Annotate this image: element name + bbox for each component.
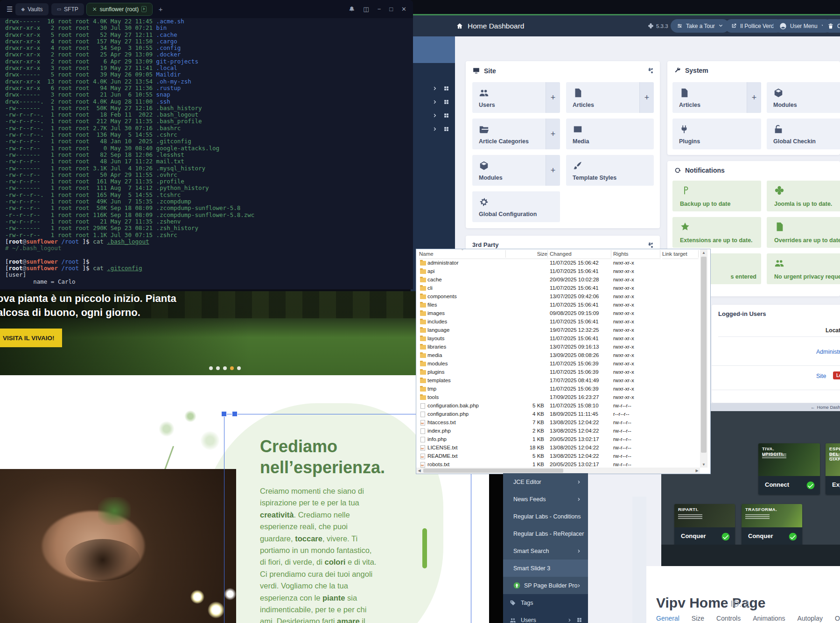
sidebar-item-users[interactable]: Users — [503, 611, 588, 623]
builder-drag-handle[interactable] — [232, 411, 238, 417]
media-card[interactable]: Media — [566, 119, 654, 149]
file-row[interactable]: index.php2 KB13/08/2025 12:04:22rw-r--r-… — [416, 427, 700, 435]
builder-drag-handle[interactable] — [221, 411, 227, 417]
carousel-dot[interactable] — [216, 366, 220, 370]
file-row[interactable]: includes11/07/2025 15:06:41rwxr-xr-x — [416, 318, 700, 326]
trash-button[interactable]: C — [823, 19, 840, 33]
article-categories-card[interactable]: Article Categories+ — [472, 119, 560, 149]
slide-card[interactable]: RIPARTI.Conquer — [674, 504, 735, 546]
carousel-dot[interactable] — [209, 366, 213, 370]
published-check-icon[interactable] — [721, 532, 730, 541]
carousel-dot[interactable] — [237, 366, 241, 370]
add-button[interactable]: + — [639, 82, 654, 113]
menu-item-smart-search[interactable]: Smart Search — [503, 542, 588, 560]
sidebar-collapsed-item[interactable] — [411, 124, 455, 134]
sidebar-collapsed-item[interactable] — [411, 97, 455, 107]
file-row[interactable]: README.txt5 KB13/08/2025 12:04:22rw-r--r… — [416, 452, 700, 461]
tab-general[interactable]: General — [656, 615, 679, 623]
file-row[interactable]: modules11/07/2025 15:06:39rwxr-xr-x — [416, 360, 700, 368]
add-button[interactable]: + — [546, 82, 560, 113]
close-icon[interactable]: ✕ — [401, 6, 406, 13]
terminal-tab[interactable]: ◆Vaults — [15, 3, 48, 15]
logout-button[interactable]: Log out — [833, 371, 840, 379]
builder-frame-left[interactable] — [224, 414, 224, 623]
menu-item-regular-labs-rereplacer[interactable]: Regular Labs - ReReplacer — [503, 525, 588, 542]
published-check-icon[interactable] — [788, 532, 798, 541]
panel-settings-icon[interactable] — [646, 241, 654, 249]
file-row[interactable]: administrator11/07/2025 15:06:42rwxr-xr-… — [416, 259, 700, 267]
carousel-dot[interactable] — [223, 366, 227, 370]
file-row[interactable]: htaccess.txt7 KB13/08/2025 12:04:22rw-r-… — [416, 419, 700, 427]
scroll-right-icon[interactable]: ▶ — [694, 468, 700, 474]
column-header-changed[interactable]: Changed — [550, 249, 612, 259]
file-row[interactable]: api11/07/2025 15:06:41rwxr-xr-x — [416, 267, 700, 276]
maximize-icon[interactable]: □ — [389, 6, 393, 13]
sidebar-collapsed-item[interactable] — [411, 83, 455, 93]
notification-card[interactable]: Joomla is up to date. — [767, 181, 840, 211]
file-row[interactable]: configuration.php4 KB18/09/2025 11:11:45… — [416, 410, 700, 419]
global-checkin-card[interactable]: Global Checkin — [767, 119, 840, 149]
file-row[interactable]: layouts11/07/2025 15:06:41rwxr-xr-x — [416, 335, 700, 343]
plugins-card[interactable]: Plugins — [672, 119, 761, 149]
menu-item-jce-editor[interactable]: JCE Editor — [503, 473, 588, 490]
articles-card[interactable]: Articles+ — [566, 82, 654, 113]
file-row[interactable]: libraries13/07/2025 09:16:13rwxr-xr-x — [416, 343, 700, 351]
modules-card[interactable]: Modules+ — [472, 155, 560, 186]
template-styles-card[interactable]: Template Styles — [566, 155, 654, 186]
file-row[interactable]: language19/07/2025 12:32:25rwxr-xr-x — [416, 326, 700, 335]
file-row[interactable]: configuration.bak.php5 KB11/07/2025 15:0… — [416, 402, 700, 410]
sidebar-collapsed-item[interactable] — [411, 110, 455, 120]
home-icon[interactable] — [456, 22, 463, 30]
terminal-tab[interactable]: ✕sunflower (root)⏵ — [87, 3, 152, 15]
file-row[interactable]: images09/08/2025 09:15:09rwxr-xr-x — [416, 309, 700, 318]
file-row[interactable]: plugins11/07/2025 15:06:39rwxr-xr-x — [416, 368, 700, 377]
column-header-rights[interactable]: Rights — [613, 249, 661, 259]
file-row[interactable]: components13/07/2025 09:42:06rwxr-xr-x — [416, 293, 700, 301]
menu-item-regular-labs-conditions[interactable]: Regular Labs - Conditions — [503, 508, 588, 525]
minimize-icon[interactable]: − — [378, 6, 381, 13]
file-row[interactable]: info.php1 KB20/05/2025 13:02:17rw-r--r-- — [416, 435, 700, 444]
vertical-scrollbar[interactable]: ▲ ▼ — [700, 249, 707, 468]
terminal-tab[interactable]: ▭SFTP — [51, 3, 84, 15]
file-row[interactable]: cli11/07/2025 15:06:41rwxr-xr-x — [416, 284, 700, 293]
slide-card[interactable]: TIVA.UPISCITI.Connect — [758, 443, 820, 495]
tab-autoplay[interactable]: Autoplay — [797, 615, 822, 623]
notification-card[interactable]: Overrides are up to date. — [767, 217, 840, 248]
add-button[interactable]: + — [546, 155, 560, 186]
sidebar-active-block[interactable] — [411, 36, 455, 63]
add-button[interactable]: + — [747, 82, 761, 113]
take-a-tour-button[interactable]: Take a Tour — [671, 19, 729, 33]
builder-frame-right[interactable] — [471, 474, 471, 623]
menu-item-sp-page-builder-pro[interactable]: SP Page Builder Pro — [503, 577, 588, 594]
notification-card[interactable]: Extensions are up to date. — [672, 217, 761, 248]
builder-frame-top[interactable] — [224, 414, 416, 414]
tab-controls[interactable]: Controls — [716, 615, 741, 623]
column-header-size[interactable]: Size — [508, 249, 551, 259]
new-tab-button[interactable]: + — [159, 5, 163, 13]
hamburger-menu-icon[interactable]: ☰ — [7, 5, 13, 14]
slide-card[interactable]: ESPLORADEL TUOGIARDINOExplore — [826, 443, 840, 495]
file-row[interactable]: LICENSE.txt18 KB13/08/2025 12:04:22rw-r-… — [416, 444, 700, 452]
file-row[interactable]: files11/07/2025 15:06:41rwxr-xr-x — [416, 301, 700, 309]
terminal-output[interactable]: drwx------ 16 root root 4.0K May 22 11:4… — [5, 18, 411, 288]
users-card[interactable]: Users+ — [472, 82, 560, 113]
file-row[interactable]: templates17/07/2025 08:41:49rwxr-xr-x — [416, 377, 700, 385]
slide-card[interactable]: TRASFORMA.Conquer — [742, 504, 802, 546]
builder-scroll-handle[interactable] — [422, 528, 427, 568]
scroll-up-icon[interactable]: ▲ — [700, 249, 707, 256]
published-check-icon[interactable] — [806, 481, 815, 490]
grid-icon[interactable] — [576, 617, 582, 623]
file-row[interactable]: tools17/09/2025 16:23:27rwxr-xr-x — [416, 393, 700, 402]
column-header-link-target[interactable]: Link target — [662, 249, 699, 259]
panel-settings-icon[interactable] — [646, 67, 654, 75]
file-row[interactable]: cache20/09/2025 10:02:28rwxr-xr-x — [416, 276, 700, 284]
notification-card[interactable]: No urgent privacy requests. — [767, 253, 840, 284]
add-button[interactable]: + — [546, 119, 560, 149]
bell-icon[interactable]: 🔔︎ — [349, 6, 355, 13]
scroll-down-icon[interactable]: ▼ — [700, 461, 707, 468]
sidebar-item-tags[interactable]: Tags — [503, 594, 588, 611]
carousel-dot[interactable] — [230, 366, 234, 370]
file-row[interactable]: media13/09/2025 08:08:26rwxr-xr-x — [416, 351, 700, 360]
modules-card[interactable]: Modules — [767, 82, 840, 113]
file-row[interactable]: tmp11/07/2025 15:06:39rwxr-xr-x — [416, 385, 700, 393]
